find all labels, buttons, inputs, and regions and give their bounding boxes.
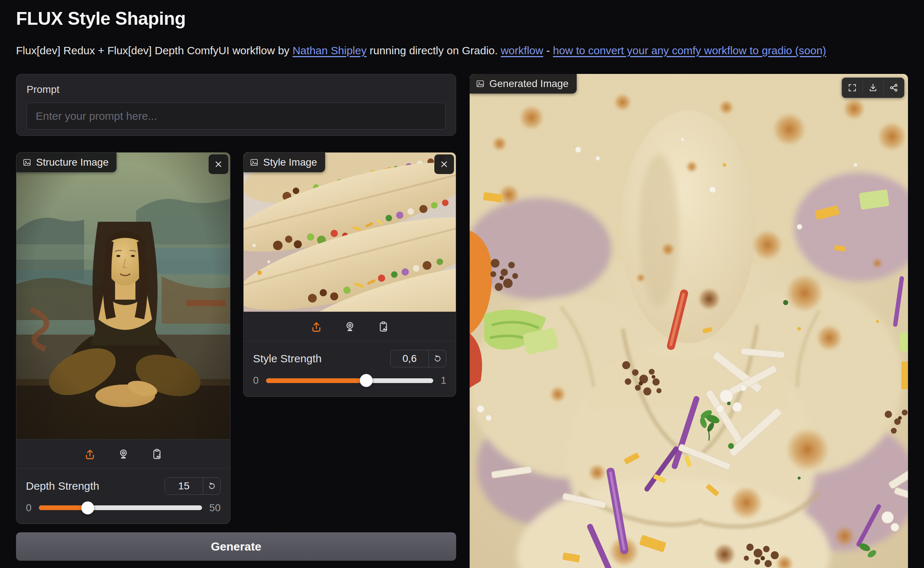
author-link[interactable]: Nathan Shipley xyxy=(292,44,366,56)
image-icon xyxy=(22,158,32,167)
webcam-icon xyxy=(117,448,130,460)
style-image-dropzone[interactable]: Style Image xyxy=(243,153,456,312)
style-strength-reset-button[interactable] xyxy=(429,350,446,367)
prompt-input[interactable] xyxy=(27,103,445,130)
share-button[interactable] xyxy=(883,78,904,98)
depth-strength-label: Depth Strength xyxy=(26,480,100,492)
depth-strength-block: Depth Strength 0 50 xyxy=(17,468,230,524)
generated-image-toolbar xyxy=(842,77,904,98)
prompt-panel: Prompt xyxy=(16,74,456,136)
style-strength-max: 1 xyxy=(441,375,446,386)
intro-segment: - xyxy=(543,44,553,56)
fullscreen-icon xyxy=(847,83,858,93)
style-close-button[interactable] xyxy=(434,154,454,174)
reset-icon xyxy=(433,354,442,363)
style-strength-slider[interactable] xyxy=(266,378,433,383)
depth-strength-reset-button[interactable] xyxy=(203,478,220,494)
style-source-toolbar xyxy=(243,312,456,341)
paste-image-icon xyxy=(377,320,390,333)
style-strength-numbox xyxy=(390,350,446,367)
style-image-card: Style Image xyxy=(243,152,456,397)
download-button[interactable] xyxy=(863,78,883,98)
style-strength-fill xyxy=(266,378,367,383)
depth-strength-numbox xyxy=(165,477,220,495)
workflow-link[interactable]: workflow xyxy=(501,44,543,56)
generate-button[interactable]: Generate xyxy=(16,532,456,561)
intro-segment: Flux[dev] Redux + Flux[dev] Depth ComfyU… xyxy=(16,44,292,56)
depth-strength-fill xyxy=(39,505,88,510)
share-icon xyxy=(889,83,899,93)
download-icon xyxy=(868,83,878,93)
flux-style-shaping-app: FLUX Style Shaping Flux[dev] Redux + Flu… xyxy=(0,0,924,568)
page-title: FLUX Style Shaping xyxy=(16,8,186,29)
upload-icon xyxy=(84,448,96,460)
upload-icon xyxy=(310,320,323,333)
reset-icon xyxy=(207,481,217,491)
depth-strength-input[interactable] xyxy=(165,478,203,494)
style-strength-min: 0 xyxy=(253,375,259,386)
structure-image-label-chip: Structure Image xyxy=(17,153,116,172)
style-strength-label: Style Strength xyxy=(253,352,322,365)
webcam-icon xyxy=(344,320,356,333)
upload-button[interactable] xyxy=(82,446,98,462)
depth-strength-handle[interactable] xyxy=(81,502,94,515)
fullscreen-button[interactable] xyxy=(842,78,862,98)
structure-source-toolbar xyxy=(17,439,230,468)
style-strength-input[interactable] xyxy=(391,350,429,367)
intro-segment: running directly on Gradio. xyxy=(367,44,501,56)
paste-image-button[interactable] xyxy=(148,446,165,462)
structure-image-card: Structure Image xyxy=(16,152,231,524)
paste-image-button[interactable] xyxy=(375,318,392,335)
image-icon xyxy=(249,158,259,167)
style-image-label: Style Image xyxy=(263,157,317,168)
depth-strength-max: 50 xyxy=(209,502,220,514)
intro-text: Flux[dev] Redux + Flux[dev] Depth ComfyU… xyxy=(16,44,826,57)
structure-image-label: Structure Image xyxy=(36,157,109,168)
style-strength-handle[interactable] xyxy=(360,374,373,387)
image-icon xyxy=(476,79,485,89)
howto-link[interactable]: how to convert your any comfy workflow t… xyxy=(553,44,826,56)
structure-image-mona-lisa xyxy=(17,153,230,439)
close-icon xyxy=(439,159,450,170)
generated-image-label-chip: Generated Image xyxy=(470,74,577,94)
prompt-label: Prompt xyxy=(27,84,445,95)
generated-image-label: Generated Image xyxy=(489,78,569,89)
close-icon xyxy=(213,159,224,170)
upload-button[interactable] xyxy=(308,318,325,335)
webcam-button[interactable] xyxy=(341,318,358,335)
structure-image-dropzone[interactable]: Structure Image xyxy=(17,153,230,439)
style-image-tacos xyxy=(243,153,456,312)
style-strength-block: Style Strength 0 1 xyxy=(243,341,456,396)
generated-image-panel[interactable]: Generated Image xyxy=(470,74,908,568)
structure-close-button[interactable] xyxy=(208,154,228,174)
webcam-button[interactable] xyxy=(115,446,132,462)
depth-strength-min: 0 xyxy=(26,502,32,514)
paste-image-icon xyxy=(151,448,163,460)
style-image-label-chip: Style Image xyxy=(243,153,325,172)
depth-strength-slider[interactable] xyxy=(39,505,202,510)
generated-image-dough-mona-lisa xyxy=(470,74,908,568)
